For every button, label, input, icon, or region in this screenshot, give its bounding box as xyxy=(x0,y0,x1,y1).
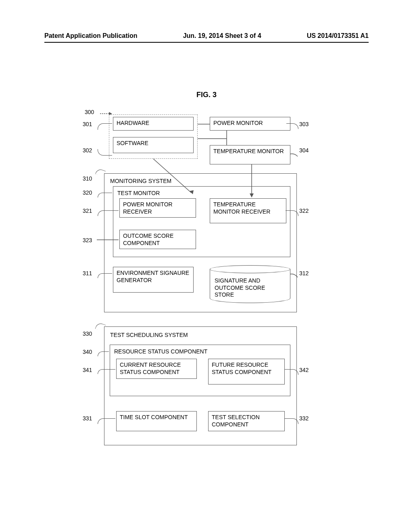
header-center: Jun. 19, 2014 Sheet 3 of 4 xyxy=(183,32,261,39)
lead-311 xyxy=(98,273,112,278)
temp-monitor-label: TEMPERATURE MONITOR xyxy=(213,148,284,154)
ref-341: 341 xyxy=(83,367,92,373)
ref-321: 321 xyxy=(83,208,92,214)
ref-342: 342 xyxy=(299,367,309,373)
env-sig-box: ENVIRONMENT SIGNAURE GENERATOR xyxy=(113,267,194,293)
hardware-box: HARDWARE xyxy=(113,117,194,131)
lead-303 xyxy=(286,123,298,129)
ref-312: 312 xyxy=(299,270,309,276)
test-sched-label: TEST SCHEDULING SYSTEM xyxy=(110,332,188,338)
sig-store-label: SIGNATURE AND OUTCOME SCORE STORE xyxy=(215,277,286,299)
monitoring-system-label: MONITORING SYSTEM xyxy=(110,178,171,184)
header-right: US 2014/0173351 A1 xyxy=(307,32,369,39)
conn-pm-tm xyxy=(226,131,227,145)
power-monitor-label: POWER MONITOR xyxy=(213,120,263,126)
current-resource-box: CURRENT RESOURCE STATUS COMPONENT xyxy=(116,359,197,379)
ref-311: 311 xyxy=(83,270,92,276)
outcome-label: OUTCOME SCORE COMPONENT xyxy=(123,233,173,246)
lead-321 xyxy=(98,210,119,216)
conn-hw-pm xyxy=(198,123,210,125)
header-left: Patent Application Publication xyxy=(44,32,138,39)
lead-341 xyxy=(98,369,115,374)
outcome-box: OUTCOME SCORE COMPONENT xyxy=(119,230,196,249)
ref-300: 300 xyxy=(85,109,94,115)
ref-303: 303 xyxy=(299,121,309,127)
time-slot-box: TIME SLOT COMPONENT xyxy=(116,411,197,431)
lead-304 xyxy=(290,153,298,157)
software-box: SOFTWARE xyxy=(113,137,194,153)
future-resource-label: FUTURE RESOURCE STATUS COMPONENT xyxy=(212,362,271,375)
conn-sw-tm xyxy=(198,138,227,139)
lead-320 xyxy=(98,193,112,197)
current-resource-label: CURRENT RESOURCE STATUS COMPONENT xyxy=(120,362,181,375)
page-header: Patent Application Publication Jun. 19, … xyxy=(44,32,369,43)
lead-331 xyxy=(98,418,115,424)
test-selection-label: TEST SELECTION COMPONENT xyxy=(212,414,260,428)
ref-340: 340 xyxy=(83,349,92,355)
lead-302 xyxy=(98,149,112,156)
pmr-box: POWER MONITOR RECEIVER xyxy=(119,198,196,218)
ref-304: 304 xyxy=(299,147,309,154)
ref-301: 301 xyxy=(83,121,92,127)
future-resource-box: FUTURE RESOURCE STATUS COMPONENT xyxy=(208,359,285,384)
ref-331: 331 xyxy=(83,415,92,422)
sig-store-cylinder: SIGNATURE AND OUTCOME SCORE STORE xyxy=(210,265,290,305)
pmr-label: POWER MONITOR RECEIVER xyxy=(123,201,173,215)
hardware-label: HARDWARE xyxy=(117,120,149,126)
test-monitor-label: TEST MONITOR xyxy=(117,190,160,196)
figure-title: FIG. 3 xyxy=(0,91,413,99)
ref-332: 332 xyxy=(299,415,309,422)
env-sig-label: ENVIRONMENT SIGNAURE GENERATOR xyxy=(117,270,189,283)
ref-322: 322 xyxy=(299,208,309,214)
ref-323: 323 xyxy=(83,237,92,243)
software-label: SOFTWARE xyxy=(117,140,148,146)
tmr-label: TEMPERATURE MONITOR RECEIVER xyxy=(213,201,270,215)
lead-340 xyxy=(98,351,109,356)
lead-301 xyxy=(98,123,112,130)
time-slot-label: TIME SLOT COMPONENT xyxy=(120,414,188,420)
ref-330: 330 xyxy=(83,330,92,337)
tmr-box: TEMPERATURE MONITOR RECEIVER xyxy=(210,198,286,223)
ref-302: 302 xyxy=(83,147,92,154)
ref-310: 310 xyxy=(83,175,92,182)
temp-monitor-box: TEMPERATURE MONITOR xyxy=(210,145,290,164)
ref-320: 320 xyxy=(83,189,92,196)
test-selection-box: TEST SELECTION COMPONENT xyxy=(208,411,285,431)
resource-status-label: RESOURCE STATUS COMPONENT xyxy=(114,348,207,355)
power-monitor-box: POWER MONITOR xyxy=(210,117,290,131)
